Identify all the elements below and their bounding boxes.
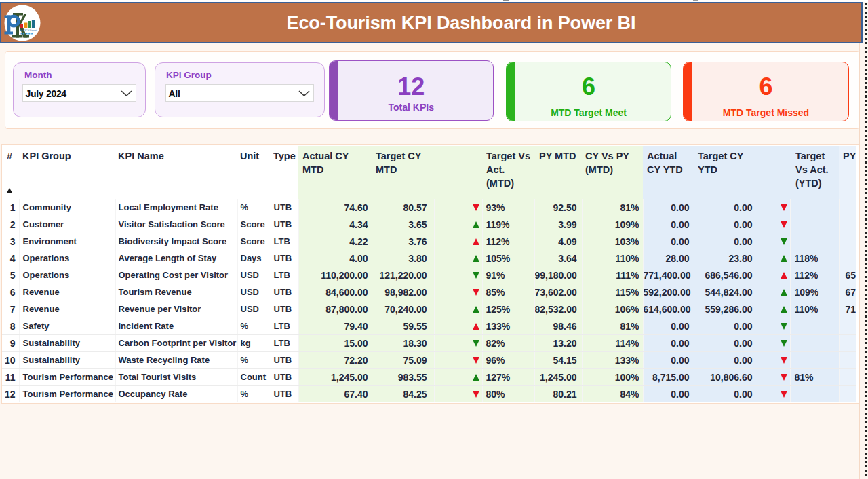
svg-text:★★★★★: ★★★★★ <box>20 31 34 35</box>
